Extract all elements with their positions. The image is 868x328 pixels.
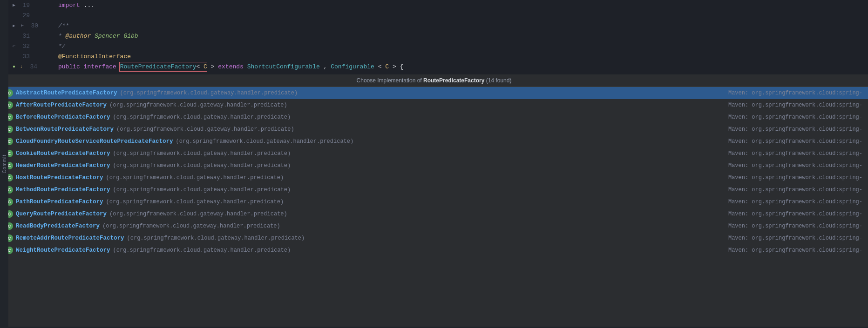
class-name: WeightRoutePredicateFactory (16, 247, 110, 254)
class-package: (org.springframework.cloud.gateway.handl… (102, 223, 280, 229)
popup-item[interactable]: CQueryRoutePredicateFactory (org.springf… (0, 208, 868, 220)
line-content-32: */ (54, 43, 868, 50)
interface-name-box: RoutePredicateFactory< (120, 63, 203, 70)
author-name: Spencer Gibb (95, 33, 138, 40)
popup-item[interactable]: CAfterRoutePredicateFactory (org.springf… (0, 99, 868, 111)
gutter-30: ▶ ⊢ 30 (10, 22, 54, 29)
left-sidebar: Commit (0, 0, 8, 328)
popup-item[interactable]: CBetweenRoutePredicateFactory (org.sprin… (0, 123, 868, 135)
extends-keyword: extends (218, 63, 247, 70)
generic-c2: < (378, 63, 382, 70)
comment-end: */ (58, 43, 66, 50)
line-content-30: /** (54, 22, 868, 29)
class-name: CookieRoutePredicateFactory (16, 150, 110, 157)
line-num-19: 19 (18, 2, 32, 9)
maven-info: Maven: org.springframework.cloud:spring- (728, 150, 862, 157)
line-content-19: import ... (54, 2, 868, 9)
sidebar-label: Commit (2, 154, 7, 173)
maven-info: Maven: org.springframework.cloud:spring- (728, 211, 862, 217)
fold-icon-19: ▶ (10, 2, 18, 8)
class-package: (org.springframework.cloud.gateway.handl… (109, 102, 287, 108)
class-package: (org.springframework.cloud.gateway.handl… (109, 211, 287, 217)
gutter-19: ▶ 19 (10, 2, 54, 9)
code-line-30: ▶ ⊢ 30 /** (10, 20, 868, 31)
line-num-30: 30 (26, 22, 40, 29)
class-name: BetweenRoutePredicateFactory (16, 126, 114, 133)
popup-item[interactable]: CCookieRoutePredicateFactory (org.spring… (0, 147, 868, 160)
green-marker-34: ● (10, 64, 18, 69)
fold-icon-30[interactable]: ▶ (10, 23, 18, 28)
class-package: (org.springframework.cloud.gateway.handl… (113, 162, 291, 169)
gutter-32: ⌐ 32 (10, 43, 54, 50)
popup-item[interactable]: CReadBodyPredicateFactory (org.springfra… (0, 220, 868, 232)
class-package: (org.springframework.cloud.gateway.handl… (113, 187, 291, 193)
maven-info: Maven: org.springframework.cloud:spring- (728, 247, 862, 254)
popup-item[interactable]: CWeightRoutePredicateFactory (org.spring… (0, 244, 868, 256)
line-num-34: 34 (25, 63, 39, 70)
line-content-33: @FunctionalInterface (54, 53, 868, 60)
shortcut-configurable: ShortcutConfigurable (247, 63, 320, 70)
comment-start: /** (58, 22, 69, 29)
class-package: (org.springframework.cloud.gateway.handl… (106, 174, 284, 181)
gutter-34: ● ↓ 34 (10, 63, 54, 70)
import-keyword: import (58, 2, 80, 9)
comment-asterisk: * (58, 33, 66, 40)
editor-container: Commit ▶ 19 import ... 29 ▶ (0, 0, 868, 328)
class-package: (org.springframework.cloud.gateway.handl… (127, 235, 305, 241)
interface-keyword: interface (84, 63, 120, 70)
brace-open: > { (393, 63, 403, 70)
import-ellipsis: ... (84, 2, 95, 9)
gutter-29: 29 (10, 12, 54, 19)
class-name: AbstractRoutePredicateFactory (16, 90, 117, 96)
line-num-31: 31 (18, 33, 32, 40)
class-package: (org.springframework.cloud.gateway.handl… (113, 247, 291, 254)
line-num-29: 29 (18, 12, 32, 19)
popup-count: 14 found (488, 77, 510, 84)
author-tag: @author (66, 33, 91, 40)
maven-info: Maven: org.springframework.cloud:spring- (728, 90, 862, 96)
class-name: ReadBodyPredicateFactory (16, 223, 100, 229)
annotation: @FunctionalInterface (58, 53, 131, 60)
maven-info: Maven: org.springframework.cloud:spring- (728, 138, 862, 145)
breakpoint-32: ⌐ (10, 43, 18, 49)
maven-info: Maven: org.springframework.cloud:spring- (728, 174, 862, 181)
code-line-31: 31 * @author Spencer Gibb (10, 31, 868, 41)
popup-item[interactable]: CAbstractRoutePredicateFactory (org.spri… (0, 87, 868, 99)
maven-info: Maven: org.springframework.cloud:spring- (728, 102, 862, 108)
comma: , (324, 63, 331, 70)
down-marker-34: ↓ (18, 64, 25, 69)
maven-info: Maven: org.springframework.cloud:spring- (728, 235, 862, 241)
class-package: (org.springframework.cloud.gateway.handl… (116, 126, 294, 133)
class-name: HeaderRoutePredicateFactory (16, 162, 110, 169)
implementation-popup: Choose Implementation of RoutePredicateF… (0, 74, 868, 328)
popup-item[interactable]: CRemoteAddrRoutePredicateFactory (org.sp… (0, 232, 868, 244)
class-package: (org.springframework.cloud.gateway.handl… (113, 114, 291, 120)
popup-item[interactable]: CHeaderRoutePredicateFactory (org.spring… (0, 160, 868, 172)
class-name: MethodRoutePredicateFactory (16, 187, 110, 193)
popup-interface-name: RoutePredicateFactory (423, 77, 484, 84)
public-keyword: public (58, 63, 84, 70)
class-name: CloudFoundryRouteServiceRoutePredicateFa… (16, 138, 173, 145)
maven-info: Maven: org.springframework.cloud:spring- (728, 223, 862, 229)
generic-bracket: < (196, 63, 200, 70)
popup-item[interactable]: CBeforeRoutePredicateFactory (org.spring… (0, 111, 868, 123)
popup-title: Choose Implementation of (357, 77, 423, 84)
code-line-29: 29 (10, 10, 868, 20)
class-package: (org.springframework.cloud.gateway.handl… (106, 199, 284, 205)
popup-list[interactable]: CAbstractRoutePredicateFactory (org.spri… (0, 87, 868, 327)
gutter-31: 31 (10, 33, 54, 40)
class-name: RemoteAddrRoutePredicateFactory (16, 235, 124, 241)
code-area: ▶ 19 import ... 29 ▶ ⊢ 30 /** (0, 0, 868, 72)
class-name: QueryRoutePredicateFactory (16, 211, 107, 217)
maven-info: Maven: org.springframework.cloud:spring- (728, 199, 862, 205)
class-name: PathRoutePredicateFactory (16, 199, 103, 205)
class-package: (org.springframework.cloud.gateway.handl… (113, 150, 291, 157)
popup-item[interactable]: CMethodRoutePredicateFactory (org.spring… (0, 184, 868, 196)
line-num-33: 33 (18, 53, 32, 60)
class-name: HostRoutePredicateFactory (16, 174, 103, 181)
popup-item[interactable]: CCloudFoundryRouteServiceRoutePredicateF… (0, 135, 868, 147)
popup-item[interactable]: CHostRoutePredicateFactory (org.springfr… (0, 172, 868, 184)
popup-item[interactable]: CPathRoutePredicateFactory (org.springfr… (0, 196, 868, 208)
c-param: C (385, 63, 389, 70)
maven-info: Maven: org.springframework.cloud:spring- (728, 114, 862, 120)
